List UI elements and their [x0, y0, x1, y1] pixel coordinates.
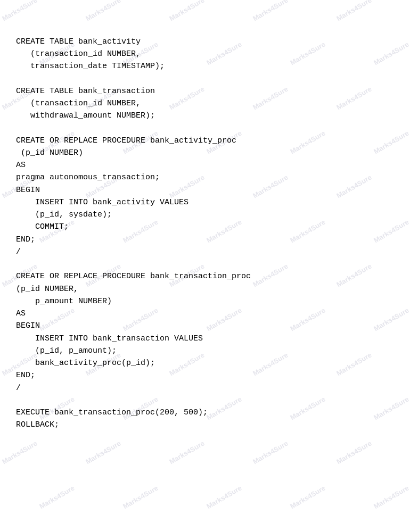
code-line — [16, 72, 402, 85]
code-line: END; — [16, 234, 402, 246]
code-line: CREATE TABLE bank_transaction — [16, 85, 402, 97]
code-line — [16, 258, 402, 270]
code-line: (transaction_id NUMBER, — [16, 48, 402, 60]
code-line: COMMIT; — [16, 221, 402, 233]
watermark-text: Marks4Sure — [38, 484, 76, 510]
code-line: bank_activity_proc(p_id); — [16, 357, 402, 369]
watermark-text: Marks4Sure — [205, 484, 243, 510]
code-line: (p_id NUMBER, — [16, 283, 402, 295]
code-area: CREATE TABLE bank_activity (transaction_… — [0, 0, 418, 454]
code-line: CREATE OR REPLACE PROCEDURE bank_transac… — [16, 270, 402, 282]
code-line: p_amount NUMBER) — [16, 295, 402, 307]
code-line: (transaction_id NUMBER, — [16, 97, 402, 110]
code-line — [16, 122, 402, 134]
code-line: CREATE TABLE bank_activity — [16, 36, 402, 48]
code-line: transaction_date TIMESTAMP); — [16, 60, 402, 72]
code-line: INSERT INTO bank_activity VALUES — [16, 196, 402, 209]
code-line: (p_id NUMBER) — [16, 147, 402, 159]
code-line: pragma autonomous_transaction; — [16, 171, 402, 184]
watermark-text: Marks4Sure — [289, 484, 326, 510]
code-line: BEGIN — [16, 184, 402, 196]
watermark-text: Marks4Sure — [372, 484, 410, 510]
code-line: (p_id, p_amount); — [16, 345, 402, 357]
code-line: ROLLBACK; — [16, 419, 402, 431]
code-line: END; — [16, 369, 402, 381]
code-line: CREATE OR REPLACE PROCEDURE bank_activit… — [16, 135, 402, 147]
code-line: BEGIN — [16, 320, 402, 332]
code-line: (p_id, sysdate); — [16, 209, 402, 221]
code-line: AS — [16, 159, 402, 171]
watermark-text: Marks4Sure — [121, 484, 159, 510]
code-line: withdrawal_amount NUMBER); — [16, 110, 402, 122]
code-line: / — [16, 382, 402, 394]
code-line: / — [16, 246, 402, 258]
code-block: CREATE TABLE bank_activity (transaction_… — [16, 36, 402, 431]
code-line: EXECUTE bank_transaction_proc(200, 500); — [16, 406, 402, 419]
code-line: AS — [16, 307, 402, 320]
code-line — [16, 394, 402, 406]
code-line: INSERT INTO bank_transaction VALUES — [16, 332, 402, 345]
